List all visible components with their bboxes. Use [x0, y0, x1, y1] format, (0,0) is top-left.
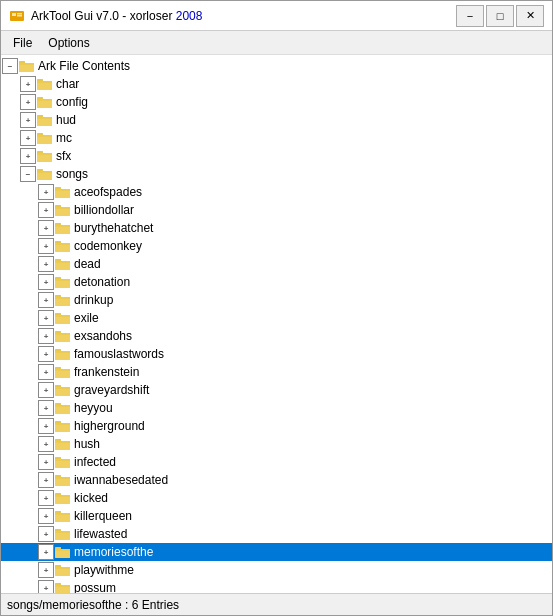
- expand-btn-kicked[interactable]: +: [38, 490, 54, 506]
- expand-btn-char[interactable]: +: [20, 76, 36, 92]
- item-label-lifewasted: lifewasted: [74, 527, 127, 541]
- tree-item-iwannabesedated[interactable]: + iwannabesedated: [1, 471, 552, 489]
- tree-item-frankenstein[interactable]: + frankenstein: [1, 363, 552, 381]
- item-label-burythehatchet: burythehatchet: [74, 221, 153, 235]
- tree-item-memoriesofthe[interactable]: + memoriesofthe: [1, 543, 552, 561]
- item-label-sfx: sfx: [56, 149, 71, 163]
- expand-btn-codemonkey[interactable]: +: [38, 238, 54, 254]
- svg-rect-35: [55, 189, 70, 191]
- tree-item-lifewasted[interactable]: + lifewasted: [1, 525, 552, 543]
- minimize-button[interactable]: −: [456, 5, 484, 27]
- app-icon: [9, 8, 25, 24]
- svg-rect-95: [55, 459, 70, 461]
- tree-item-killerqueen[interactable]: + killerqueen: [1, 507, 552, 525]
- expand-btn-dead[interactable]: +: [38, 256, 54, 272]
- tree-item-billiondollar[interactable]: + billiondollar: [1, 201, 552, 219]
- tree-item-config[interactable]: + config: [1, 93, 552, 111]
- tree-item-root[interactable]: − Ark File Contents: [1, 57, 552, 75]
- expand-btn-burythehatchet[interactable]: +: [38, 220, 54, 236]
- expand-btn-lifewasted[interactable]: +: [38, 526, 54, 542]
- tree-item-playwithme[interactable]: + playwithme: [1, 561, 552, 579]
- folder-icon: [55, 239, 71, 253]
- svg-rect-91: [55, 441, 70, 443]
- folder-icon: [55, 491, 71, 505]
- item-label-root: Ark File Contents: [38, 59, 130, 73]
- expand-btn-config[interactable]: +: [20, 94, 36, 110]
- svg-rect-27: [37, 153, 52, 155]
- tree-item-hush[interactable]: + hush: [1, 435, 552, 453]
- tree-item-burythehatchet[interactable]: + burythehatchet: [1, 219, 552, 237]
- tree-item-codemonkey[interactable]: + codemonkey: [1, 237, 552, 255]
- expand-btn-graveyardshift[interactable]: +: [38, 382, 54, 398]
- svg-rect-39: [55, 207, 70, 209]
- menu-file[interactable]: File: [5, 34, 40, 52]
- svg-rect-83: [55, 405, 70, 407]
- tree-item-songs[interactable]: − songs: [1, 165, 552, 183]
- expand-btn-killerqueen[interactable]: +: [38, 508, 54, 524]
- tree-item-char[interactable]: + char: [1, 75, 552, 93]
- close-button[interactable]: ✕: [516, 5, 544, 27]
- tree-item-sfx[interactable]: + sfx: [1, 147, 552, 165]
- expand-btn-root[interactable]: −: [2, 58, 18, 74]
- svg-rect-71: [55, 351, 70, 353]
- folder-icon: [55, 419, 71, 433]
- expand-btn-possum[interactable]: +: [38, 580, 54, 593]
- expand-btn-infected[interactable]: +: [38, 454, 54, 470]
- tree-item-famouslastwords[interactable]: + famouslastwords: [1, 345, 552, 363]
- item-label-possum: possum: [74, 581, 116, 593]
- svg-rect-103: [55, 495, 70, 497]
- expand-btn-drinkup[interactable]: +: [38, 292, 54, 308]
- folder-icon: [37, 149, 53, 163]
- expand-btn-hush[interactable]: +: [38, 436, 54, 452]
- svg-rect-7: [19, 63, 34, 65]
- item-label-aceofspades: aceofspades: [74, 185, 142, 199]
- expand-btn-memoriesofthe[interactable]: +: [38, 544, 54, 560]
- svg-rect-87: [55, 423, 70, 425]
- expand-btn-aceofspades[interactable]: +: [38, 184, 54, 200]
- expand-btn-heyyou[interactable]: +: [38, 400, 54, 416]
- tree-item-higherground[interactable]: + higherground: [1, 417, 552, 435]
- tree-item-graveyardshift[interactable]: + graveyardshift: [1, 381, 552, 399]
- folder-icon: [55, 509, 71, 523]
- expand-btn-mc[interactable]: +: [20, 130, 36, 146]
- tree-item-infected[interactable]: + infected: [1, 453, 552, 471]
- tree-item-drinkup[interactable]: + drinkup: [1, 291, 552, 309]
- expand-btn-frankenstein[interactable]: +: [38, 364, 54, 380]
- expand-btn-sfx[interactable]: +: [20, 148, 36, 164]
- expand-btn-billiondollar[interactable]: +: [38, 202, 54, 218]
- svg-rect-2: [17, 13, 22, 15]
- expand-btn-higherground[interactable]: +: [38, 418, 54, 434]
- tree-item-mc[interactable]: + mc: [1, 129, 552, 147]
- expand-btn-detonation[interactable]: +: [38, 274, 54, 290]
- item-label-higherground: higherground: [74, 419, 145, 433]
- tree-item-aceofspades[interactable]: + aceofspades: [1, 183, 552, 201]
- expand-btn-hud[interactable]: +: [20, 112, 36, 128]
- maximize-button[interactable]: □: [486, 5, 514, 27]
- svg-rect-1: [12, 13, 16, 16]
- folder-icon: [55, 383, 71, 397]
- expand-btn-songs[interactable]: −: [20, 166, 36, 182]
- expand-btn-playwithme[interactable]: +: [38, 562, 54, 578]
- tree-item-possum[interactable]: + possum: [1, 579, 552, 593]
- folder-icon: [55, 293, 71, 307]
- tree-item-exsandohs[interactable]: + exsandohs: [1, 327, 552, 345]
- expand-btn-famouslastwords[interactable]: +: [38, 346, 54, 362]
- expand-btn-exile[interactable]: +: [38, 310, 54, 326]
- menu-options[interactable]: Options: [40, 34, 97, 52]
- item-label-famouslastwords: famouslastwords: [74, 347, 164, 361]
- folder-icon: [55, 347, 71, 361]
- tree-item-dead[interactable]: + dead: [1, 255, 552, 273]
- tree-item-kicked[interactable]: + kicked: [1, 489, 552, 507]
- item-label-exsandohs: exsandohs: [74, 329, 132, 343]
- tree-panel[interactable]: − Ark File Contents+ char+ config+ hud+ …: [1, 55, 552, 593]
- tree-item-hud[interactable]: + hud: [1, 111, 552, 129]
- title-bar: ArkTool Gui v7.0 - xorloser 2008 − □ ✕: [1, 1, 552, 31]
- tree-item-detonation[interactable]: + detonation: [1, 273, 552, 291]
- tree-item-exile[interactable]: + exile: [1, 309, 552, 327]
- tree-item-heyyou[interactable]: + heyyou: [1, 399, 552, 417]
- item-label-char: char: [56, 77, 79, 91]
- expand-btn-exsandohs[interactable]: +: [38, 328, 54, 344]
- folder-icon: [55, 455, 71, 469]
- folder-icon: [55, 437, 71, 451]
- expand-btn-iwannabesedated[interactable]: +: [38, 472, 54, 488]
